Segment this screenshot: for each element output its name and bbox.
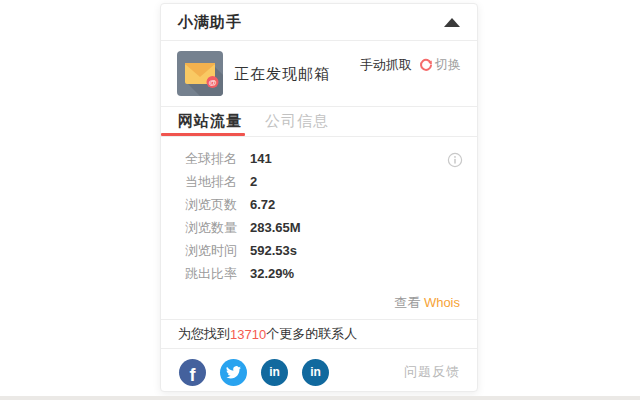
panel-footer: f in in 问题反馈 <box>161 349 477 392</box>
collapse-triangle-icon[interactable] <box>444 18 460 27</box>
contacts-prefix: 为您找到 <box>178 325 230 343</box>
switch-button[interactable]: 切换 <box>419 56 461 74</box>
stat-row-local-rank: 当地排名 2 <box>185 170 460 193</box>
stat-value: 283.65M <box>250 220 301 235</box>
stat-row-pages-per-visit: 浏览页数 6.72 <box>185 193 460 216</box>
social-icons-row: f in in <box>179 359 329 386</box>
bottom-edge-strip <box>0 396 640 400</box>
stat-value: 592.53s <box>250 243 297 258</box>
facebook-icon[interactable]: f <box>179 359 206 386</box>
stat-label: 当地排名 <box>185 173 250 191</box>
discover-status-text: 正在发现邮箱 <box>234 41 330 107</box>
tab-company-info[interactable]: 公司信息 <box>265 112 329 131</box>
whois-prefix-label: 查看 <box>394 295 420 310</box>
info-icon[interactable] <box>447 152 463 172</box>
active-tab-underline <box>161 133 245 136</box>
manual-grab-label: 手动抓取 <box>360 56 412 74</box>
contacts-suffix: 个更多的联系人 <box>266 325 357 343</box>
envelope-at-badge-icon: @ <box>177 51 223 100</box>
stat-value: 141 <box>250 151 272 166</box>
panel-header: 小满助手 <box>161 4 477 41</box>
refresh-icon <box>419 58 433 72</box>
whois-line: 查看 Whois <box>394 294 460 312</box>
linkedin-icon-2[interactable]: in <box>302 359 329 386</box>
stat-value: 6.72 <box>250 197 275 212</box>
stat-label: 浏览页数 <box>185 196 250 214</box>
stat-row-global-rank: 全球排名 141 <box>185 147 460 170</box>
manual-grab-group: 手动抓取 切换 <box>360 56 461 74</box>
svg-text:@: @ <box>208 78 216 87</box>
stat-label: 跳出比率 <box>185 265 250 283</box>
stat-row-bounce-rate: 跳出比率 32.29% <box>185 262 460 285</box>
stat-label: 浏览时间 <box>185 242 250 260</box>
tab-bar: 网站流量 公司信息 <box>161 107 477 137</box>
stat-value: 2 <box>250 174 257 189</box>
traffic-stats-section: 全球排名 141 当地排名 2 浏览页数 6.72 浏览数量 283.65M 浏… <box>161 137 477 320</box>
assistant-popup-panel: 小满助手 @ 正在发现邮箱 手动抓取 <box>160 3 478 392</box>
contacts-count: 13710 <box>230 327 266 342</box>
linkedin-icon[interactable]: in <box>261 359 288 386</box>
switch-label: 切换 <box>435 56 461 74</box>
whois-link[interactable]: Whois <box>424 295 460 310</box>
email-discover-section: @ 正在发现邮箱 手动抓取 切换 <box>161 41 477 107</box>
stat-label: 浏览数量 <box>185 219 250 237</box>
feedback-link[interactable]: 问题反馈 <box>404 363 460 381</box>
stat-row-visits: 浏览数量 283.65M <box>185 216 460 239</box>
stat-label: 全球排名 <box>185 150 250 168</box>
stat-value: 32.29% <box>250 266 294 281</box>
tab-website-traffic[interactable]: 网站流量 <box>178 112 242 131</box>
contacts-found-line: 为您找到13710个更多的联系人 <box>161 320 477 349</box>
panel-title: 小满助手 <box>178 13 242 32</box>
twitter-icon[interactable] <box>220 359 247 386</box>
stat-row-visit-duration: 浏览时间 592.53s <box>185 239 460 262</box>
